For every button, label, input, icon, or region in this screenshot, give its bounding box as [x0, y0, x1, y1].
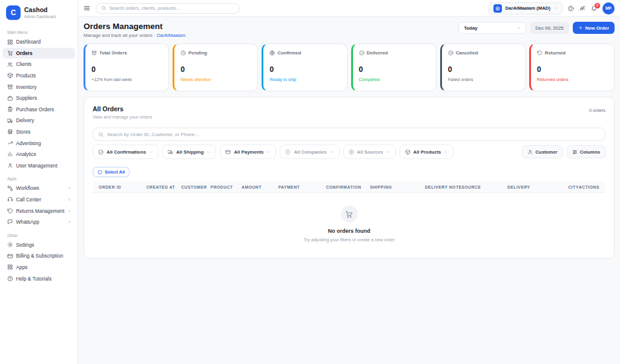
credit-card-icon	[7, 253, 13, 259]
translate-icon[interactable]	[579, 5, 585, 11]
return-icon	[537, 50, 542, 56]
select-all-button[interactable]: Select All	[93, 167, 130, 177]
store-selector[interactable]: DarAlMaalam (MAD)	[489, 2, 562, 15]
global-search[interactable]	[96, 3, 240, 14]
sidebar-item-purchase-orders[interactable]: Purchase Orders	[2, 104, 75, 115]
app-root: C Cashod Admin Dashboard Main Menu Dashb…	[0, 0, 620, 364]
cart-icon	[341, 206, 358, 223]
store-link[interactable]: DarAlMaalam	[154, 33, 185, 38]
sidebar-item-workflows[interactable]: Workflows	[2, 183, 75, 194]
sidebar-item-apps[interactable]: Apps	[2, 262, 75, 273]
sidebar-item-analytics[interactable]: Analytics	[2, 149, 75, 160]
sidebar-item-dashboard[interactable]: Dashboard	[2, 36, 75, 48]
sidebar-item-user-management[interactable]: User Management	[2, 160, 75, 172]
date-range-select[interactable]: Today	[458, 22, 526, 34]
stat-card-delivered[interactable]: Delivered 0 Completed	[351, 44, 437, 91]
page-subtitle-text: Manage and track all your orders	[84, 33, 153, 38]
new-order-button[interactable]: New Order	[573, 22, 615, 34]
filter-all-confirmations[interactable]: All Confirmations	[93, 145, 159, 159]
stat-card-confirmed[interactable]: Confirmed 0 Ready to ship	[262, 44, 347, 91]
stat-card-cancelled[interactable]: Cancelled 0 Failed orders	[440, 44, 526, 91]
archive-icon	[91, 50, 97, 56]
filter-all-shipping[interactable]: All Shipping	[162, 145, 216, 159]
page-title: Orders Management	[84, 22, 185, 31]
sidebar-item-delivery[interactable]: Delivery	[2, 115, 75, 126]
workflow-icon	[7, 186, 13, 192]
col-source: SOURCE	[461, 185, 507, 189]
sidebar-item-inventory[interactable]: Inventory	[2, 81, 75, 93]
col-customer: CUSTOMER	[181, 185, 210, 189]
sidebar-item-whatsapp[interactable]: WhatsApp	[2, 216, 75, 228]
gear-icon	[7, 242, 13, 248]
filter-all-sources[interactable]: All Sources	[343, 145, 396, 159]
chevron-down-icon	[266, 150, 271, 154]
notifications-button[interactable]: 5	[591, 5, 597, 11]
orders-search-input[interactable]	[107, 132, 600, 137]
col-product: PRODUCT	[211, 185, 242, 189]
chat-icon	[7, 219, 13, 225]
empty-state-subtitle: Try adjusting your filters or create a n…	[93, 237, 605, 242]
sidebar-item-products[interactable]: Products	[2, 70, 75, 82]
package-icon	[405, 149, 411, 155]
customer-button[interactable]: Customer	[522, 145, 562, 158]
search-icon	[98, 132, 104, 137]
menu-icon[interactable]	[84, 5, 90, 11]
sidebar-item-call-center[interactable]: Call Center	[2, 194, 75, 206]
global-search-input[interactable]	[110, 5, 235, 11]
page-header: Orders Management Manage and track all y…	[84, 22, 615, 38]
col-shipping: SHIPPING	[370, 185, 425, 189]
search-icon	[101, 5, 107, 11]
orders-count: 0 orders	[589, 108, 605, 113]
sidebar-item-billing-subscription[interactable]: Billing & Subscription	[2, 250, 75, 262]
columns-label: Columns	[580, 149, 600, 155]
puzzle-icon	[7, 264, 13, 270]
main-content: Orders Management Manage and track all y…	[78, 17, 620, 364]
sidebar-item-settings[interactable]: Settings	[2, 239, 75, 251]
help-icon[interactable]	[568, 5, 574, 11]
sidebar-item-help-tutorials[interactable]: Help & Tutorials	[2, 273, 75, 284]
sidebar-item-suppliers[interactable]: Suppliers	[2, 93, 75, 104]
col-delivery-notes: DELIVERY NOTES	[425, 185, 462, 189]
sidebar: C Cashod Admin Dashboard Main Menu Dashb…	[0, 0, 78, 364]
filter-all-companies[interactable]: All Companies	[280, 145, 339, 159]
stats-row: Total Orders 0 +12% from last week Pendi…	[84, 44, 615, 91]
store-icon	[7, 129, 13, 135]
topbar: DarAlMaalam (MAD) 5 MF	[78, 0, 620, 17]
headset-icon	[7, 197, 13, 203]
package-icon	[7, 73, 13, 79]
brand-logo: C	[6, 5, 21, 20]
sidebar-item-advertising[interactable]: Advertising	[2, 137, 75, 149]
col-confirmation: CONFIRMATION	[326, 185, 370, 189]
person-icon	[527, 149, 533, 155]
date-chip[interactable]: Dec 09, 2025	[530, 22, 569, 34]
table-header-row: ORDER ID CREATED AT CUSTOMER PRODUCT AMO…	[93, 181, 605, 193]
return-icon	[7, 208, 13, 214]
stat-card-total-orders[interactable]: Total Orders 0 +12% from last week	[84, 44, 169, 91]
customer-label: Customer	[535, 149, 557, 155]
grid-icon	[7, 39, 13, 45]
avatar[interactable]: MF	[602, 2, 615, 15]
chevron-down-icon	[330, 150, 334, 154]
sliders-icon	[572, 149, 578, 155]
sidebar-item-stores[interactable]: Stores	[2, 126, 75, 138]
sidebar-item-clients[interactable]: Clients	[2, 59, 75, 70]
col-amount: AMOUNT	[242, 185, 279, 189]
filter-all-products[interactable]: All Products	[400, 145, 454, 159]
x-circle-icon	[448, 50, 453, 56]
notification-badge: 5	[594, 2, 601, 9]
sidebar-item-orders[interactable]: Orders	[2, 48, 75, 59]
archive-icon	[7, 84, 13, 90]
briefcase-icon	[7, 96, 13, 102]
stat-card-returned[interactable]: Returned 0 Returned orders	[529, 44, 615, 91]
check-circle-icon	[359, 50, 364, 56]
sidebar-item-returns-management[interactable]: Returns Management	[2, 205, 75, 216]
trending-icon	[7, 140, 13, 146]
filter-all-payments[interactable]: All Payments	[220, 145, 276, 159]
stat-card-pending[interactable]: Pending 0 Needs attention	[173, 44, 258, 91]
orders-search[interactable]	[93, 128, 605, 141]
chevron-down-icon	[553, 6, 558, 10]
brand[interactable]: C Cashod Admin Dashboard	[0, 0, 78, 25]
columns-button[interactable]: Columns	[567, 145, 605, 158]
chevron-down-icon	[206, 150, 211, 154]
help-icon	[7, 276, 13, 282]
